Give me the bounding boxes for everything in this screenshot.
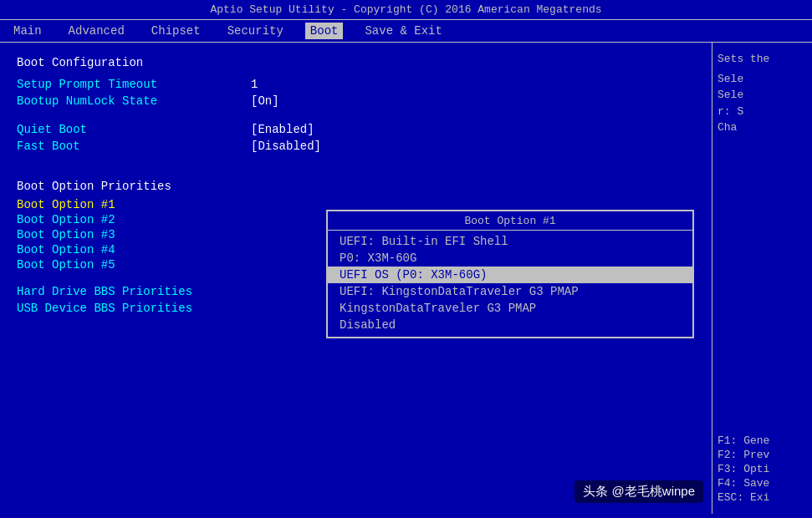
menu-item-save---exit[interactable]: Save & Exit	[360, 23, 447, 39]
config-value: 1	[251, 78, 258, 91]
boot-priorities-title: Boot Option Priorities	[17, 180, 695, 193]
main-content: Boot Configuration Setup Prompt Timeout1…	[0, 43, 812, 514]
config-label: Setup Prompt Timeout	[17, 78, 251, 91]
key-hints: F1: GeneF2: PrevF3: OptiF4: SaveESC: Exi	[718, 434, 807, 505]
config-value: [On]	[251, 94, 279, 108]
config-row: Bootup NumLock State[On]	[17, 94, 695, 108]
config-rows-1: Setup Prompt Timeout1Bootup NumLock Stat…	[17, 78, 695, 108]
popup-title: Boot Option #1	[328, 215, 692, 231]
menu-item-security[interactable]: Security	[222, 23, 289, 39]
config-label: Hard Drive BBS Priorities	[17, 285, 251, 298]
popup-options-list: UEFI: Built-in EFI ShellP0: X3M-60GUEFI …	[328, 233, 692, 333]
popup-option[interactable]: UEFI OS (P0: X3M-60G)	[328, 267, 692, 283]
menu-item-main[interactable]: Main	[8, 23, 47, 39]
config-value: [Enabled]	[251, 123, 314, 136]
popup-option[interactable]: UEFI: KingstonDataTraveler G3 PMAP	[328, 283, 692, 300]
watermark: 头条 @老毛桃winpe	[575, 480, 703, 503]
menu-bar: MainAdvancedChipsetSecurityBootSave & Ex…	[0, 20, 812, 43]
popup-option[interactable]: UEFI: Built-in EFI Shell	[328, 233, 692, 250]
config-label: USB Device BBS Priorities	[17, 302, 251, 315]
menu-item-advanced[interactable]: Advanced	[64, 23, 130, 39]
config-row: Quiet Boot[Enabled]	[17, 123, 695, 136]
left-panel: Boot Configuration Setup Prompt Timeout1…	[0, 43, 712, 514]
hint-item: Cha	[718, 119, 807, 136]
help-text: Sets the	[718, 51, 807, 68]
popup-option[interactable]: KingstonDataTraveler G3 PMAP	[328, 300, 692, 317]
popup-option[interactable]: Disabled	[328, 317, 692, 333]
config-label: Fast Boot	[17, 140, 251, 153]
config-row: Fast Boot[Disabled]	[17, 140, 695, 153]
hint-item: r: S	[718, 104, 807, 120]
key-hint: F3: Opti	[718, 463, 807, 475]
key-hint: ESC: Exi	[718, 491, 807, 504]
menu-item-chipset[interactable]: Chipset	[146, 23, 206, 39]
popup-option[interactable]: P0: X3M-60G	[328, 250, 692, 267]
key-hint: F4: Save	[718, 477, 807, 490]
config-rows-2: Quiet Boot[Enabled]Fast Boot[Disabled]	[17, 123, 695, 153]
config-value: [Disabled]	[251, 140, 321, 153]
title-bar: Aptio Setup Utility - Copyright (C) 2016…	[0, 0, 812, 20]
key-hint: F2: Prev	[718, 449, 807, 461]
boot-config-title: Boot Configuration	[17, 56, 695, 69]
config-label: Bootup NumLock State	[17, 94, 251, 108]
config-label: Quiet Boot	[17, 123, 251, 136]
right-panel: Sets the SeleSeler: SCha F1: GeneF2: Pre…	[712, 43, 812, 514]
hint-items: SeleSeler: SCha	[718, 71, 807, 136]
dropdown-popup: Boot Option #1 UEFI: Built-in EFI ShellP…	[326, 210, 694, 338]
hint-item: Sele	[718, 71, 807, 88]
config-row: Setup Prompt Timeout1	[17, 78, 695, 91]
menu-item-boot[interactable]: Boot	[305, 23, 344, 39]
key-hint: F1: Gene	[718, 434, 807, 447]
hint-item: Sele	[718, 87, 807, 104]
